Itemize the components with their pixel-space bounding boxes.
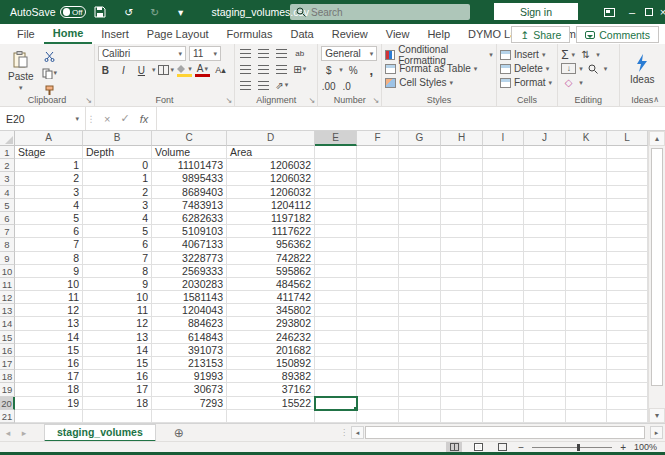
cell-K1[interactable] xyxy=(566,146,607,159)
cell-I1[interactable] xyxy=(483,146,524,159)
cell-H8[interactable] xyxy=(441,238,483,251)
customize-qat-icon[interactable]: ▾ xyxy=(172,6,190,18)
cell-L1[interactable] xyxy=(607,146,648,159)
cell-F9[interactable] xyxy=(357,252,399,265)
cell-C14[interactable]: 884623 xyxy=(152,317,227,330)
cell-L5[interactable] xyxy=(607,199,648,212)
delete-cells-button[interactable]: Delete ▾ xyxy=(500,62,554,75)
row-header-4[interactable]: 4 xyxy=(0,186,15,199)
cell-I15[interactable] xyxy=(483,331,524,344)
zoom-out-icon[interactable]: − xyxy=(518,442,524,453)
cell-A19[interactable]: 18 xyxy=(15,383,83,396)
cell-J9[interactable] xyxy=(524,252,566,265)
cell-H14[interactable] xyxy=(441,317,483,330)
cell-A3[interactable]: 2 xyxy=(15,172,83,185)
cell-E17[interactable] xyxy=(315,357,357,370)
cell-F3[interactable] xyxy=(357,172,399,185)
align-center-icon[interactable] xyxy=(256,62,271,76)
wrap-text-icon[interactable]: ab xyxy=(292,46,307,60)
cell-L7[interactable] xyxy=(607,225,648,238)
cell-A16[interactable]: 15 xyxy=(15,344,83,357)
cell-K17[interactable] xyxy=(566,357,607,370)
cell-H11[interactable] xyxy=(441,278,483,291)
cell-E11[interactable] xyxy=(315,278,357,291)
cell-E14[interactable] xyxy=(315,317,357,330)
cell-B6[interactable]: 4 xyxy=(83,212,152,225)
cell-D21[interactable] xyxy=(227,410,315,423)
row-header-20[interactable]: 20 xyxy=(0,397,15,410)
row-header-7[interactable]: 7 xyxy=(0,225,15,238)
cell-I13[interactable] xyxy=(483,304,524,317)
cell-K10[interactable] xyxy=(566,265,607,278)
cell-J13[interactable] xyxy=(524,304,566,317)
font-name-select[interactable]: Calibri ▾ xyxy=(98,46,186,61)
search-box[interactable] xyxy=(290,4,470,20)
cell-J19[interactable] xyxy=(524,383,566,396)
autosum-icon[interactable]: Σ xyxy=(561,48,568,62)
cell-B7[interactable]: 5 xyxy=(83,225,152,238)
cell-E5[interactable] xyxy=(315,199,357,212)
align-middle-icon[interactable] xyxy=(256,46,271,60)
cell-H12[interactable] xyxy=(441,291,483,304)
conditional-formatting-button[interactable]: Conditional Formatting ▾ xyxy=(385,48,493,61)
cell-E9[interactable] xyxy=(315,252,357,265)
tab-formulas[interactable]: Formulas xyxy=(218,24,282,44)
sheet-tab-active[interactable]: staging_volumes xyxy=(44,424,156,442)
cell-A21[interactable] xyxy=(15,410,83,423)
cell-A11[interactable]: 10 xyxy=(15,278,83,291)
cell-D12[interactable]: 411742 xyxy=(227,291,315,304)
cell-H17[interactable] xyxy=(441,357,483,370)
zoom-slider[interactable] xyxy=(532,447,612,448)
cell-I9[interactable] xyxy=(483,252,524,265)
cell-F4[interactable] xyxy=(357,186,399,199)
align-top-icon[interactable] xyxy=(238,46,253,60)
cell-K14[interactable] xyxy=(566,317,607,330)
cell-A14[interactable]: 13 xyxy=(15,317,83,330)
hscroll-right-icon[interactable]: ▸ xyxy=(650,426,663,439)
cell-C2[interactable]: 11101473 xyxy=(152,159,227,172)
cell-D13[interactable]: 345802 xyxy=(227,304,315,317)
tab-view[interactable]: View xyxy=(377,24,419,44)
cell-D2[interactable]: 1206032 xyxy=(227,159,315,172)
cell-E8[interactable] xyxy=(315,238,357,251)
cell-G6[interactable] xyxy=(399,212,441,225)
cell-G1[interactable] xyxy=(399,146,441,159)
increase-indent-icon[interactable] xyxy=(256,78,271,92)
cell-A8[interactable]: 7 xyxy=(15,238,83,251)
cell-K4[interactable] xyxy=(566,186,607,199)
scroll-down-icon[interactable]: ▾ xyxy=(649,408,665,423)
format-as-table-button[interactable]: Format as Table ▾ xyxy=(385,62,493,75)
cell-G11[interactable] xyxy=(399,278,441,291)
cell-L19[interactable] xyxy=(607,383,648,396)
cell-A5[interactable]: 4 xyxy=(15,199,83,212)
row-header-14[interactable]: 14 xyxy=(0,317,15,330)
cell-B19[interactable]: 17 xyxy=(83,383,152,396)
cell-F13[interactable] xyxy=(357,304,399,317)
cell-A2[interactable]: 1 xyxy=(15,159,83,172)
cell-F18[interactable] xyxy=(357,370,399,383)
autosave-toggle[interactable]: AutoSave Off xyxy=(10,6,86,18)
cell-E4[interactable] xyxy=(315,186,357,199)
cell-J16[interactable] xyxy=(524,344,566,357)
cell-B9[interactable]: 7 xyxy=(83,252,152,265)
cell-G4[interactable] xyxy=(399,186,441,199)
cell-B3[interactable]: 1 xyxy=(83,172,152,185)
cell-H1[interactable] xyxy=(441,146,483,159)
cell-E12[interactable] xyxy=(315,291,357,304)
cell-B13[interactable]: 11 xyxy=(83,304,152,317)
cell-D14[interactable]: 293802 xyxy=(227,317,315,330)
cell-I10[interactable] xyxy=(483,265,524,278)
cell-styles-button[interactable]: Cell Styles ▾ xyxy=(385,76,493,89)
cell-G13[interactable] xyxy=(399,304,441,317)
undo-icon[interactable]: ↺ xyxy=(120,6,138,18)
cell-F8[interactable] xyxy=(357,238,399,251)
fill-handle[interactable] xyxy=(353,406,357,410)
cell-L11[interactable] xyxy=(607,278,648,291)
cell-L13[interactable] xyxy=(607,304,648,317)
fill-color-icon[interactable]: ▾ xyxy=(177,63,192,77)
cell-J18[interactable] xyxy=(524,370,566,383)
col-header-D[interactable]: D xyxy=(227,131,315,146)
cell-F5[interactable] xyxy=(357,199,399,212)
col-header-K[interactable]: K xyxy=(566,131,607,146)
cell-F11[interactable] xyxy=(357,278,399,291)
